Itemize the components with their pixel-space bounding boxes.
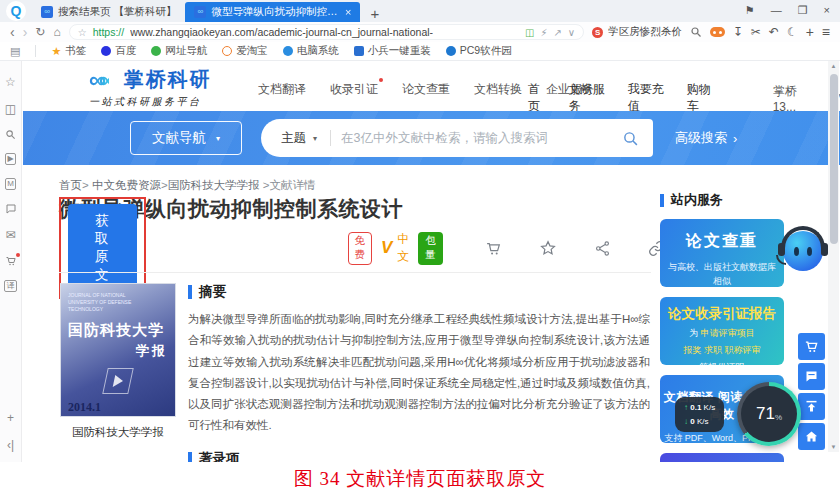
hot-search-text[interactable]: 学区房惨烈杀价 bbox=[608, 25, 682, 39]
page-scrollbar[interactable]: ▲ ▼ bbox=[828, 61, 839, 452]
float-cart-button[interactable] bbox=[798, 333, 825, 360]
hot-search-icon: S bbox=[592, 27, 603, 38]
share-icon[interactable] bbox=[594, 240, 611, 257]
nav-doc-convert[interactable]: 文档转换 bbox=[474, 81, 522, 98]
search-scope-dropdown[interactable]: 主题 ▾ bbox=[261, 130, 330, 147]
scroll-up-icon[interactable]: ▲ bbox=[828, 63, 839, 69]
lightning-icon[interactable]: ⚡ bbox=[540, 27, 547, 38]
user-nav: 首页 文献服务 我要充值 购物车 掌桥13... V bbox=[528, 81, 840, 115]
crumb-journal[interactable]: 国防科技大学学报 bbox=[168, 179, 260, 191]
crumb-detail: 文献详情 bbox=[270, 179, 316, 191]
add-to-cart-icon[interactable] bbox=[485, 240, 502, 257]
home-icon[interactable]: ⌂ bbox=[53, 26, 60, 38]
document-detail: 摘要 为解决微型导弹所面临的扰动影响,同时充分继承工程经典线性频域设计方法,提出… bbox=[188, 283, 650, 462]
bookmark-baidu[interactable]: 百度 bbox=[101, 44, 136, 58]
customer-service-mascot[interactable] bbox=[780, 227, 826, 273]
moon-icon[interactable]: ☾ bbox=[787, 26, 798, 38]
bookmark-taobao[interactable]: 爱淘宝 bbox=[222, 44, 268, 58]
site-logo[interactable]: ∞∞ 掌桥科研 一站式科研服务平台 bbox=[89, 66, 212, 109]
browser-logo-icon[interactable]: Q bbox=[6, 1, 26, 21]
cover-journal-sub: 学报 bbox=[68, 342, 168, 360]
forward-icon[interactable]: › bbox=[23, 25, 28, 39]
back-to-top-button[interactable] bbox=[798, 393, 825, 420]
media-icon[interactable]: M bbox=[5, 178, 17, 190]
page-viewport: ∞∞ 掌桥科研 一站式科研服务平台 文档翻译 收录引证 论文查重 文档转换 企业… bbox=[23, 61, 840, 462]
cart-icon[interactable] bbox=[5, 255, 17, 267]
add-panel-icon[interactable]: + bbox=[7, 411, 14, 425]
minimize-button[interactable]: — bbox=[771, 4, 782, 16]
translate-icon[interactable]: 译 bbox=[4, 280, 17, 292]
add-icon[interactable]: + bbox=[806, 25, 814, 39]
menu-icon[interactable]: ≡ bbox=[822, 25, 830, 39]
nav-recharge[interactable]: 我要充值 bbox=[628, 81, 665, 115]
search-icon[interactable] bbox=[690, 26, 702, 38]
game-center-icon[interactable] bbox=[710, 27, 725, 37]
favorite-star-icon[interactable]: ☆ bbox=[78, 27, 87, 38]
send-icon[interactable]: ↗ bbox=[553, 27, 561, 38]
nav-doc-translate[interactable]: 文档翻译 bbox=[258, 81, 306, 98]
hot-search[interactable]: S 学区房惨烈杀价 bbox=[592, 25, 682, 39]
bookmark-nav[interactable]: 网址导航 bbox=[151, 44, 207, 58]
video-icon[interactable]: ▶ bbox=[5, 153, 16, 165]
acceleration-ball[interactable]: 71 % bbox=[737, 382, 801, 446]
float-feedback-button[interactable] bbox=[798, 363, 825, 390]
divider bbox=[59, 272, 651, 273]
crumb-free-resources[interactable]: 中文免费资源 bbox=[92, 179, 161, 191]
bookmark-pc9[interactable]: PC9软件园 bbox=[446, 44, 512, 58]
url-protocol: https:// bbox=[93, 26, 125, 38]
tab-search-results[interactable]: ∞ 搜索结果页 【掌桥科研】 bbox=[32, 2, 185, 22]
advanced-search-link[interactable]: 高级搜索 › bbox=[675, 129, 737, 147]
crumb-home[interactable]: 首页 bbox=[59, 179, 82, 191]
search-input[interactable] bbox=[331, 131, 622, 145]
chevron-down-icon[interactable]: ∨ bbox=[568, 27, 575, 38]
bookmark-reinstall[interactable]: 小兵一键重装 bbox=[354, 44, 431, 58]
favorite-star-icon[interactable] bbox=[539, 239, 557, 257]
tab-close-icon[interactable]: × bbox=[345, 6, 351, 18]
nav-cart[interactable]: 购物车 bbox=[687, 81, 715, 115]
get-fulltext-button[interactable]: 获取原文 bbox=[68, 204, 137, 292]
journal-name-caption[interactable]: 国防科技大学学报 bbox=[60, 425, 176, 440]
close-button[interactable]: × bbox=[824, 4, 830, 16]
scroll-down-icon[interactable]: ▼ bbox=[828, 444, 839, 450]
citation-report-card[interactable]: 论文收录引证报告 为 申请评审项目 报奖 求职 职称评审 等提供证明 bbox=[660, 297, 784, 365]
float-home-button[interactable] bbox=[798, 423, 825, 450]
reading-icon[interactable]: ◫ bbox=[5, 102, 16, 116]
scrollbar-thumb[interactable] bbox=[830, 74, 838, 244]
bookmark-favicon bbox=[446, 46, 456, 56]
plagiarism-check-card[interactable]: 论文查重 与高校、出版社文献数据库相似 bbox=[660, 219, 784, 287]
new-tab-button[interactable]: + bbox=[360, 5, 389, 22]
search-icon[interactable] bbox=[622, 130, 639, 147]
nav-doc-service[interactable]: 文献服务 bbox=[569, 81, 606, 115]
mail-icon[interactable]: ✉ bbox=[5, 228, 15, 242]
cover-emblem-icon bbox=[102, 368, 134, 394]
journal-cover-image[interactable]: JOURNAL OF NATIONAL UNIVERSITY OF DEFENS… bbox=[60, 283, 176, 417]
record-heading: 著录项 bbox=[188, 450, 650, 462]
username[interactable]: 掌桥13... bbox=[773, 83, 810, 114]
scissors-icon[interactable]: ✂ bbox=[751, 26, 761, 38]
bookmark-pc-system[interactable]: 电脑系统 bbox=[283, 44, 339, 58]
bookmark-favicon bbox=[283, 46, 293, 56]
back-icon[interactable]: ‹ bbox=[10, 25, 15, 39]
abstract-heading: 摘要 bbox=[188, 283, 650, 301]
address-bar[interactable]: ☆ https:// www.zhangqiaokeyan.com/academ… bbox=[69, 24, 585, 40]
refresh-icon[interactable]: ↻ bbox=[35, 26, 45, 38]
chat-icon[interactable] bbox=[5, 203, 17, 215]
search-icon[interactable] bbox=[5, 129, 16, 140]
reader-mode-icon[interactable]: ◫ bbox=[525, 27, 534, 38]
download-icon[interactable]: ↧ bbox=[733, 26, 743, 38]
nav-plagiarism[interactable]: 论文查重 bbox=[402, 81, 450, 98]
maximize-button[interactable]: ❐ bbox=[798, 4, 808, 17]
cover-journal-title: 国防科技大学 bbox=[68, 321, 168, 340]
doc-convert-card[interactable]: 文档转换 bbox=[660, 453, 784, 462]
doc-navigation-button[interactable]: 文献导航 ▾ bbox=[130, 121, 242, 155]
favorites-icon[interactable]: ☆ bbox=[5, 75, 16, 89]
skin-icon[interactable]: ⚑ bbox=[745, 4, 755, 17]
collapse-icon[interactable]: ‹| bbox=[7, 438, 14, 452]
tab-document-detail[interactable]: ∞ 微型导弹纵向扰动抑制控制系统设计 × bbox=[185, 2, 360, 22]
nav-citation[interactable]: 收录引证 bbox=[330, 81, 378, 98]
nav-home[interactable]: 首页 bbox=[528, 81, 547, 115]
undo-icon[interactable]: ↶ bbox=[769, 26, 779, 38]
sidebar-panel-icon[interactable]: ▤ bbox=[10, 45, 20, 58]
logo-text: 掌桥科研 bbox=[124, 68, 212, 90]
bookmarks-folder[interactable]: ★ 书签 bbox=[51, 44, 86, 58]
